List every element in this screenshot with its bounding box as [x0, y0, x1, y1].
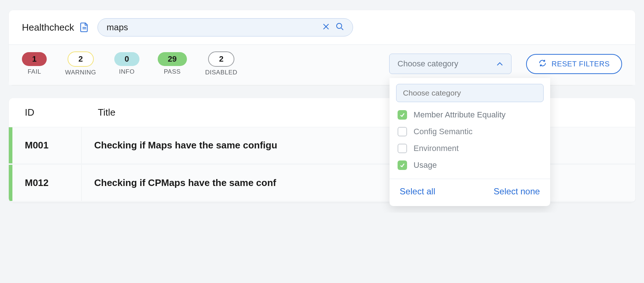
search-input[interactable]: [107, 22, 323, 32]
fail-count: 1: [22, 52, 47, 66]
info-label: INFO: [119, 68, 135, 75]
search-icon[interactable]: [336, 23, 344, 32]
chevron-up-icon: [497, 62, 503, 66]
category-placeholder: Choose category: [398, 59, 458, 69]
warning-count: 2: [68, 51, 94, 67]
checkbox-checked-icon[interactable]: [398, 160, 407, 170]
title-group: Healthcheck: [22, 22, 89, 33]
info-count: 0: [114, 52, 139, 66]
status-stripe: [9, 165, 12, 201]
select-all-button[interactable]: Select all: [400, 186, 435, 197]
stat-fail[interactable]: 1 FAIL: [22, 52, 47, 75]
disabled-label: DISABLED: [205, 69, 237, 76]
clear-icon[interactable]: [323, 23, 329, 31]
warning-label: WARNING: [65, 69, 96, 76]
category-option[interactable]: Usage: [396, 157, 544, 174]
category-option-label: Usage: [414, 160, 437, 170]
page-title: Healthcheck: [22, 22, 74, 33]
stat-pass[interactable]: 29 PASS: [158, 52, 187, 75]
col-id: ID: [25, 107, 98, 118]
fail-label: FAIL: [28, 68, 41, 75]
category-option[interactable]: Member Attribute Equality: [396, 106, 544, 123]
status-stripe: [9, 127, 12, 163]
category-wrap: Choose category Member Attribute Equalit…: [389, 54, 622, 74]
document-icon: [80, 22, 89, 32]
category-option-label: Config Semantic: [414, 127, 472, 136]
stat-info[interactable]: 0 INFO: [114, 52, 139, 75]
category-dropdown: Member Attribute EqualityConfig Semantic…: [390, 78, 550, 206]
healthcheck-panel: Healthcheck: [9, 10, 635, 85]
checkbox-icon[interactable]: [398, 127, 407, 136]
stat-disabled[interactable]: 2 DISABLED: [205, 51, 237, 76]
refresh-icon: [538, 59, 547, 69]
disabled-count: 2: [208, 51, 234, 67]
category-search-input[interactable]: [396, 84, 544, 102]
header-row: Healthcheck: [9, 10, 635, 44]
reset-filters-label: RESET FILTERS: [552, 60, 610, 68]
cell-title: Checking if Maps have the same configu: [82, 127, 635, 163]
category-select[interactable]: Choose category Member Attribute Equalit…: [389, 54, 511, 74]
search-icons: [323, 23, 344, 32]
stat-warning[interactable]: 2 WARNING: [65, 51, 96, 76]
col-title: Title: [98, 107, 635, 118]
svg-line-5: [341, 28, 343, 30]
cell-id: M001: [12, 127, 82, 163]
pass-label: PASS: [164, 68, 181, 75]
category-option-label: Environment: [414, 144, 459, 153]
category-option-label: Member Attribute Equality: [414, 110, 506, 120]
select-none-button[interactable]: Select none: [494, 186, 540, 197]
cell-title: Checking if CPMaps have the same conf: [82, 165, 635, 201]
pass-count: 29: [158, 52, 187, 66]
filters-row: 1 FAIL 2 WARNING 0 INFO 29 PASS 2 DISABL…: [9, 44, 635, 85]
checkbox-icon[interactable]: [398, 144, 407, 153]
cell-id: M012: [12, 165, 82, 201]
checkbox-checked-icon[interactable]: [398, 110, 407, 120]
category-option[interactable]: Environment: [396, 140, 544, 157]
svg-point-4: [337, 23, 342, 28]
category-option[interactable]: Config Semantic: [396, 123, 544, 140]
search-field[interactable]: [97, 18, 353, 36]
reset-filters-button[interactable]: RESET FILTERS: [526, 54, 622, 74]
